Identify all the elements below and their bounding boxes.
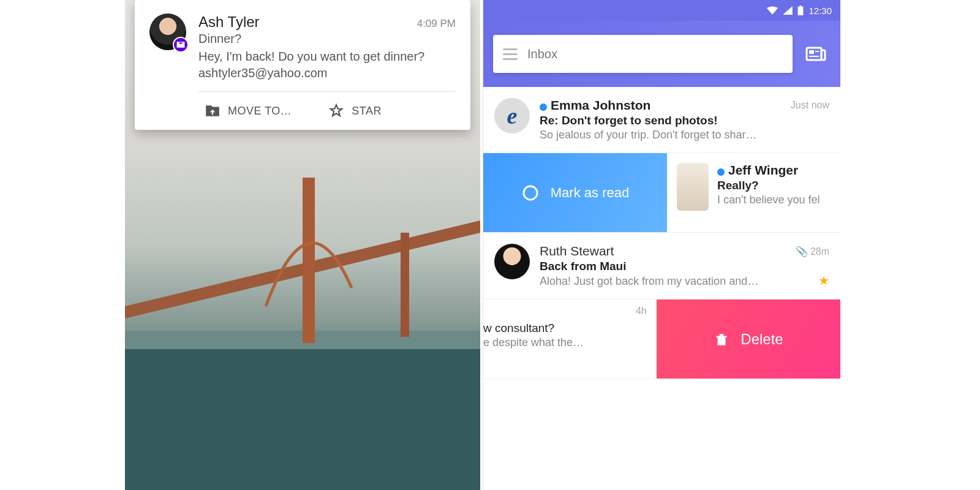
star-outline-icon <box>328 103 344 119</box>
email-time: Just now <box>791 100 829 111</box>
move-to-button[interactable]: MOVE TO… <box>198 92 298 130</box>
search-input[interactable] <box>527 47 783 61</box>
email-time: 📎28m <box>796 246 829 257</box>
email-subject: Back from Maui <box>540 260 829 273</box>
news-button[interactable] <box>801 39 831 69</box>
mark-as-read-action[interactable]: Mark as read <box>483 153 667 232</box>
email-preview: Aloha! Just got back from my vacation an… <box>540 275 815 288</box>
star-button[interactable]: STAR <box>322 92 388 130</box>
trash-icon <box>714 331 729 347</box>
email-row[interactable]: e Emma Johnston Just now Re: Don't forge… <box>483 87 840 153</box>
news-icon <box>805 45 826 62</box>
mark-as-read-label: Mark as read <box>551 185 629 201</box>
svg-rect-4 <box>798 7 804 15</box>
battery-icon <box>797 6 804 15</box>
sender-avatar <box>149 13 186 50</box>
status-bar: 12:30 <box>483 0 840 21</box>
lockscreen: Ash Tyler 4:09 PM Dinner? Hey, I'm back!… <box>125 0 480 490</box>
email-preview: I can't believe you fel <box>717 194 820 206</box>
sender-name: Jeff Winger <box>728 163 798 177</box>
email-subject: Dinner? <box>198 32 456 46</box>
unread-dot-icon <box>540 104 547 111</box>
inbox-screen: 12:30 e <box>483 0 840 490</box>
delete-action[interactable]: Delete <box>657 300 840 379</box>
sender-name: Ruth Stewart <box>540 244 614 258</box>
mail-app-badge-icon <box>173 37 189 53</box>
sender-avatar: e <box>494 98 530 134</box>
sender-name: Emma Johnston <box>551 98 650 112</box>
avatar-initial: e <box>507 102 518 129</box>
sender-name: Ash Tyler <box>198 13 260 31</box>
email-row-swiped[interactable]: Mark as read Jeff Winger Really? I can't… <box>483 153 840 233</box>
email-subject: Really? <box>717 179 820 192</box>
email-row[interactable]: Ruth Stewart 📎28m Back from Maui Aloha! … <box>483 233 840 300</box>
signal-icon <box>783 6 793 15</box>
email-preview: So jealous of your trip. Don't forget to… <box>540 129 829 141</box>
move-to-label: MOVE TO… <box>228 105 292 118</box>
svg-rect-10 <box>821 50 825 60</box>
wifi-icon <box>767 6 778 15</box>
svg-rect-2 <box>303 178 315 343</box>
email-list[interactable]: e Emma Johnston Just now Re: Don't forge… <box>483 87 840 490</box>
email-preview: Hey, I'm back! Do you want to get dinner… <box>198 50 456 64</box>
status-time: 12:30 <box>809 6 832 16</box>
mark-read-circle-icon <box>521 184 540 202</box>
email-notification-card[interactable]: Ash Tyler 4:09 PM Dinner? Hey, I'm back!… <box>135 0 470 130</box>
sender-email: ashtyler35@yahoo.com <box>198 66 456 80</box>
email-subject: w consultant? <box>483 322 647 335</box>
svg-rect-7 <box>809 50 814 54</box>
sender-avatar <box>677 163 709 211</box>
svg-rect-0 <box>125 343 480 490</box>
svg-rect-5 <box>800 6 802 7</box>
sender-avatar <box>494 244 530 279</box>
star-filled-icon[interactable]: ★ <box>818 273 829 288</box>
email-row-swiped[interactable]: 4h w consultant? e despite what the… Del… <box>483 300 840 379</box>
notification-time: 4:09 PM <box>417 18 456 30</box>
unread-dot-icon <box>717 168 725 176</box>
delete-label: Delete <box>741 331 783 348</box>
hamburger-menu-icon[interactable] <box>503 48 518 60</box>
attachment-icon: 📎 <box>796 246 808 257</box>
email-preview: e despite what the… <box>483 336 647 349</box>
search-box[interactable] <box>493 35 793 73</box>
email-time: 4h <box>483 306 647 317</box>
svg-rect-1 <box>125 331 480 349</box>
email-subject: Re: Don't forget to send photos! <box>540 114 829 127</box>
folder-move-icon <box>205 103 221 119</box>
svg-point-11 <box>524 186 537 200</box>
star-label: STAR <box>352 105 382 118</box>
app-bar <box>483 21 840 87</box>
svg-rect-3 <box>401 233 409 337</box>
